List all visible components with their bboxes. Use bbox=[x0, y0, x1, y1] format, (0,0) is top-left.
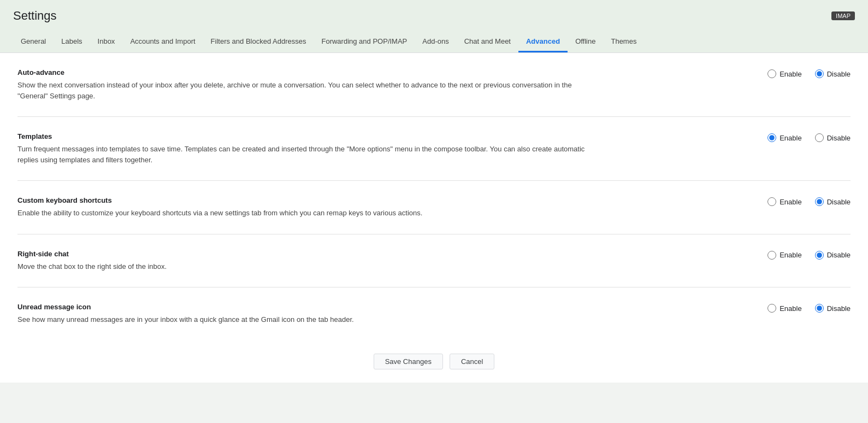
tab-filters-blocked[interactable]: Filters and Blocked Addresses bbox=[203, 32, 314, 52]
setting-desc-custom-keyboard-shortcuts: Enable the ability to customize your key… bbox=[17, 208, 586, 219]
setting-title-right-side-chat: Right-side chat bbox=[17, 250, 618, 258]
tab-inbox[interactable]: Inbox bbox=[90, 32, 123, 52]
disable-label-auto-advance: Disable bbox=[827, 70, 851, 78]
setting-desc-right-side-chat: Move the chat box to the right side of t… bbox=[17, 261, 586, 272]
disable-label-unread-message-icon: Disable bbox=[827, 304, 851, 313]
header-bar: Settings IMAP GeneralLabelsInboxAccounts… bbox=[0, 0, 868, 53]
disable-option-right-side-chat[interactable]: Disable bbox=[815, 251, 851, 260]
cancel-button[interactable]: Cancel bbox=[450, 354, 494, 369]
setting-info-unread-message-icon: Unread message iconSee how many unread m… bbox=[17, 303, 618, 325]
enable-label-templates: Enable bbox=[780, 134, 801, 142]
disable-radio-right-side-chat[interactable] bbox=[815, 251, 824, 260]
disable-radio-auto-advance[interactable] bbox=[815, 69, 824, 78]
enable-label-auto-advance: Enable bbox=[780, 70, 801, 78]
disable-label-templates: Disable bbox=[827, 134, 851, 142]
setting-desc-auto-advance: Show the next conversation instead of yo… bbox=[17, 80, 586, 101]
enable-label-right-side-chat: Enable bbox=[780, 251, 801, 259]
tab-themes[interactable]: Themes bbox=[603, 32, 644, 52]
page-title-row: Settings IMAP bbox=[13, 9, 855, 23]
enable-radio-auto-advance[interactable] bbox=[767, 69, 776, 78]
setting-row-custom-keyboard-shortcuts: Custom keyboard shortcutsEnable the abil… bbox=[17, 181, 851, 234]
disable-radio-custom-keyboard-shortcuts[interactable] bbox=[815, 197, 824, 206]
setting-info-templates: TemplatesTurn frequent messages into tem… bbox=[17, 132, 618, 165]
setting-controls-unread-message-icon: EnableDisable bbox=[730, 303, 851, 313]
disable-radio-templates[interactable] bbox=[815, 133, 824, 142]
tab-labels[interactable]: Labels bbox=[54, 32, 90, 52]
tab-addons[interactable]: Add-ons bbox=[415, 32, 456, 52]
disable-label-custom-keyboard-shortcuts: Disable bbox=[827, 198, 851, 206]
tab-general[interactable]: General bbox=[13, 32, 54, 52]
enable-label-unread-message-icon: Enable bbox=[780, 304, 801, 313]
disable-label-right-side-chat: Disable bbox=[827, 251, 851, 259]
enable-option-auto-advance[interactable]: Enable bbox=[767, 69, 801, 78]
settings-content: Auto-advanceShow the next conversation i… bbox=[0, 53, 868, 340]
enable-radio-unread-message-icon[interactable] bbox=[767, 304, 776, 313]
tab-chat-meet[interactable]: Chat and Meet bbox=[457, 32, 518, 52]
setting-info-right-side-chat: Right-side chatMove the chat box to the … bbox=[17, 250, 618, 272]
setting-title-templates: Templates bbox=[17, 132, 618, 140]
enable-option-right-side-chat[interactable]: Enable bbox=[767, 251, 801, 260]
disable-option-auto-advance[interactable]: Disable bbox=[815, 69, 851, 78]
setting-info-custom-keyboard-shortcuts: Custom keyboard shortcutsEnable the abil… bbox=[17, 196, 618, 219]
setting-title-custom-keyboard-shortcuts: Custom keyboard shortcuts bbox=[17, 196, 618, 204]
setting-row-templates: TemplatesTurn frequent messages into tem… bbox=[17, 117, 851, 181]
footer: Save Changes Cancel bbox=[0, 340, 868, 383]
setting-controls-auto-advance: EnableDisable bbox=[730, 68, 851, 78]
tab-offline[interactable]: Offline bbox=[568, 32, 603, 52]
account-badge: IMAP bbox=[831, 11, 855, 20]
setting-title-unread-message-icon: Unread message icon bbox=[17, 303, 618, 311]
enable-radio-custom-keyboard-shortcuts[interactable] bbox=[767, 197, 776, 206]
setting-row-auto-advance: Auto-advanceShow the next conversation i… bbox=[17, 53, 851, 117]
tab-advanced[interactable]: Advanced bbox=[518, 32, 568, 52]
enable-radio-templates[interactable] bbox=[767, 133, 776, 142]
setting-controls-custom-keyboard-shortcuts: EnableDisable bbox=[730, 196, 851, 206]
enable-label-custom-keyboard-shortcuts: Enable bbox=[780, 198, 801, 206]
enable-option-custom-keyboard-shortcuts[interactable]: Enable bbox=[767, 197, 801, 206]
setting-row-unread-message-icon: Unread message iconSee how many unread m… bbox=[17, 287, 851, 340]
save-button[interactable]: Save Changes bbox=[374, 354, 443, 369]
setting-row-right-side-chat: Right-side chatMove the chat box to the … bbox=[17, 234, 851, 288]
disable-option-templates[interactable]: Disable bbox=[815, 133, 851, 142]
setting-desc-templates: Turn frequent messages into templates to… bbox=[17, 144, 586, 165]
tab-forwarding-pop[interactable]: Forwarding and POP/IMAP bbox=[314, 32, 415, 52]
enable-radio-right-side-chat[interactable] bbox=[767, 251, 776, 260]
page-title: Settings bbox=[13, 9, 57, 23]
tab-accounts-import[interactable]: Accounts and Import bbox=[122, 32, 203, 52]
tabs-nav: GeneralLabelsInboxAccounts and ImportFil… bbox=[13, 32, 855, 52]
enable-option-templates[interactable]: Enable bbox=[767, 133, 801, 142]
setting-info-auto-advance: Auto-advanceShow the next conversation i… bbox=[17, 68, 618, 101]
disable-radio-unread-message-icon[interactable] bbox=[815, 304, 824, 313]
disable-option-unread-message-icon[interactable]: Disable bbox=[815, 304, 851, 313]
setting-controls-templates: EnableDisable bbox=[730, 132, 851, 142]
setting-controls-right-side-chat: EnableDisable bbox=[730, 250, 851, 260]
setting-desc-unread-message-icon: See how many unread messages are in your… bbox=[17, 314, 586, 325]
setting-title-auto-advance: Auto-advance bbox=[17, 68, 618, 77]
enable-option-unread-message-icon[interactable]: Enable bbox=[767, 304, 801, 313]
disable-option-custom-keyboard-shortcuts[interactable]: Disable bbox=[815, 197, 851, 206]
